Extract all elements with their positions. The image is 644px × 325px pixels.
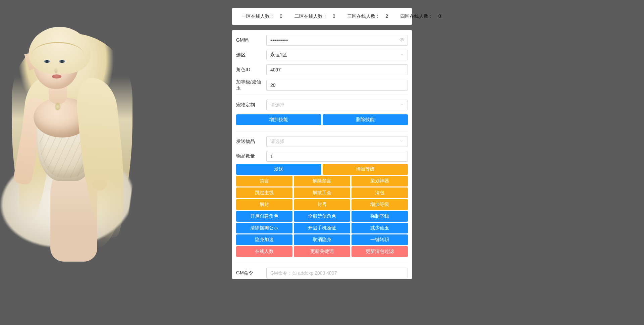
add-level-button[interactable]: 增加等级 (323, 164, 408, 175)
zone1-label: 一区在线人数： (241, 13, 274, 19)
gm-form-card: GM码 选区 永恒1区 (232, 30, 412, 279)
zone3-label: 三区在线人数： (347, 13, 380, 19)
gm-code-input[interactable] (266, 35, 408, 46)
pet-custom-placeholder: 请选择 (270, 102, 284, 108)
skip-main-button[interactable]: 跳过主线 (236, 187, 292, 198)
role-id-input[interactable] (266, 64, 408, 75)
force-offline-button[interactable]: 强制下线 (352, 211, 408, 222)
zone-select-label: 选区 (236, 52, 266, 58)
level-input[interactable] (266, 80, 408, 91)
elf-illustration (0, 13, 144, 268)
delete-skill-button[interactable]: 删除技能 (323, 114, 408, 125)
zone3-value: 2 (385, 13, 388, 19)
gm-command-input[interactable] (266, 268, 408, 278)
gm-code-label: GM码 (236, 37, 266, 43)
enable-create-role-button[interactable]: 开启创建角色 (236, 211, 292, 222)
zone1-value: 0 (280, 13, 282, 19)
pet-custom-select[interactable]: 请选择 (266, 100, 408, 110)
role-id-label: 角色ID (236, 67, 266, 73)
zone4-value: 0 (438, 13, 441, 19)
disband-guild-button[interactable]: 解散工会 (294, 187, 350, 198)
zone-select-value: 永恒1区 (270, 52, 287, 58)
ban-button[interactable]: 封号 (294, 199, 350, 210)
update-keywords-button[interactable]: 更新关键词 (294, 246, 350, 257)
unban-button[interactable]: 解封 (236, 199, 292, 210)
mute-button[interactable]: 禁言 (236, 176, 292, 186)
clear-bag-button[interactable]: 清包 (352, 187, 408, 198)
send-button[interactable]: 发送 (236, 164, 321, 175)
online-status-card: 一区在线人数：0 二区在线人数：0 三区在线人数：2 四区在线人数：0 (232, 8, 412, 25)
cancel-stealth-button[interactable]: 取消隐身 (294, 234, 350, 245)
add-skill-button[interactable]: 增加技能 (236, 114, 321, 125)
zone-select[interactable]: 永恒1区 (266, 50, 408, 60)
zone4-label: 四区在线人数： (400, 13, 433, 19)
reduce-xianyu-button[interactable]: 减少仙玉 (352, 223, 408, 233)
item-qty-input[interactable] (266, 151, 408, 162)
unmute-button[interactable]: 解除禁言 (294, 176, 350, 186)
add-level2-button[interactable]: 增加等级 (352, 199, 408, 210)
update-clearbag-filter-button[interactable]: 更新清包过滤 (352, 246, 408, 257)
chevron-down-icon (400, 103, 404, 108)
zone2-label: 二区在线人数： (294, 13, 327, 19)
send-item-select[interactable]: 请选择 (266, 136, 408, 147)
one-key-class-button[interactable]: 一键转职 (352, 234, 408, 245)
enable-phone-verify-button[interactable]: 开启手机验证 (294, 223, 350, 233)
send-item-placeholder: 请选择 (270, 139, 284, 145)
online-count-button[interactable]: 在线人数 (236, 246, 292, 257)
chevron-down-icon (400, 139, 404, 144)
stealth-speed-button[interactable]: 隐身加速 (236, 234, 292, 245)
planner-artifact-button[interactable]: 策划神器 (352, 176, 408, 186)
clear-stall-notice-button[interactable]: 清除摆摊公示 (236, 223, 292, 233)
pet-custom-label: 宠物定制 (236, 102, 266, 108)
chevron-down-icon (400, 53, 404, 58)
zone2-value: 0 (333, 13, 335, 19)
level-label: 加等级/减仙玉 (236, 79, 266, 91)
item-qty-label: 物品数量 (236, 153, 266, 159)
gm-command-label: GM命令 (236, 270, 266, 276)
send-item-label: 发送物品 (236, 139, 266, 145)
disable-create-role-button[interactable]: 全服禁创角色 (294, 211, 350, 222)
